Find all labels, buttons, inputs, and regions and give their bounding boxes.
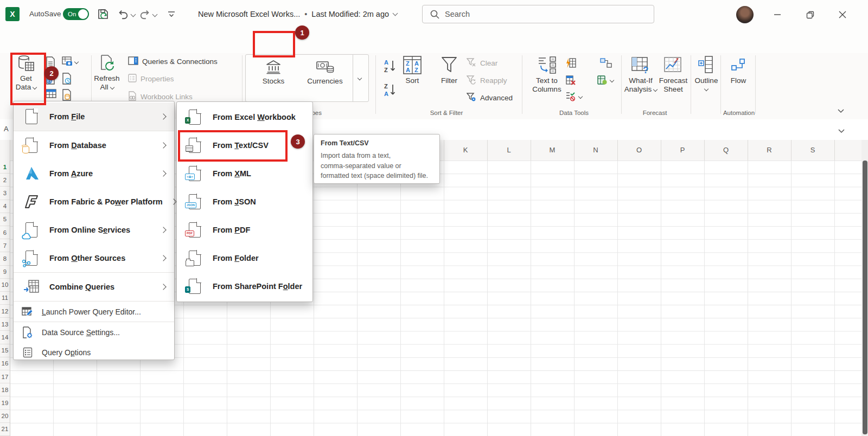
row-header[interactable]: 6 <box>0 226 10 239</box>
minimize-button[interactable] <box>769 7 786 23</box>
menu-item-from-azure[interactable]: From Azure <box>14 159 174 188</box>
recent-sources-icon[interactable] <box>62 73 72 87</box>
column-header[interactable]: N <box>574 140 617 161</box>
advanced-filter-button[interactable]: Advanced <box>467 92 513 104</box>
chevron-right-icon <box>160 170 166 176</box>
row-header[interactable]: 20 <box>0 410 10 423</box>
undo-chevron-icon[interactable] <box>131 11 136 17</box>
row-header[interactable]: 5 <box>0 213 10 226</box>
column-header[interactable]: S <box>791 140 834 161</box>
column-header[interactable]: P <box>661 140 704 161</box>
collapse-ribbon-chevron-icon[interactable] <box>837 106 845 116</box>
from-picture-button[interactable] <box>62 56 78 67</box>
menu-item-query-options[interactable]: Query Options <box>14 342 174 362</box>
filter-button[interactable]: Filter <box>437 55 461 85</box>
submenu-item-from-excel-workbook[interactable]: X From Excel Workbook <box>177 103 312 131</box>
autosave-toggle[interactable]: On <box>63 8 89 20</box>
group-separator <box>375 55 376 114</box>
flow-icon <box>731 57 746 73</box>
row-header[interactable]: 14 <box>0 331 10 344</box>
vertical-scrollbar-thumb[interactable] <box>863 161 867 434</box>
column-header[interactable]: M <box>531 140 574 161</box>
row-header[interactable]: 19 <box>0 396 10 409</box>
menu-item-combine-queries[interactable]: Combine Queries <box>14 273 174 301</box>
undo-button[interactable] <box>117 8 135 20</box>
menu-item-from-fabric-power-platform[interactable]: From Fabric & Power Platform <box>14 188 174 216</box>
save-icon[interactable] <box>97 8 110 23</box>
flash-fill-icon[interactable] <box>565 57 576 70</box>
column-header[interactable]: R <box>748 140 791 161</box>
row-header[interactable]: 15 <box>0 344 10 357</box>
name-box[interactable]: A <box>4 125 9 133</box>
chevron-down-icon <box>578 94 583 99</box>
submenu-item-from-folder[interactable]: From Folder <box>177 244 312 272</box>
row-header[interactable]: 7 <box>0 239 10 252</box>
text-to-columns-button[interactable]: Text to Columns <box>531 55 563 94</box>
refresh-all-button[interactable]: Refresh All <box>91 54 123 92</box>
menu-item-launch-power-query-editor[interactable]: Launch Power Query Editor... <box>14 302 174 322</box>
what-if-analysis-button[interactable]: ? What-If Analysis <box>625 55 656 94</box>
submenu-item-from-pdf[interactable]: PDF From PDF <box>177 216 312 244</box>
menu-item-from-other-sources[interactable]: From Other Sources <box>14 244 174 272</box>
row-header[interactable]: 18 <box>0 383 10 396</box>
data-validation-button[interactable] <box>565 91 582 102</box>
submenu-item-from-sharepoint-folder[interactable]: S From SharePoint Folder <box>177 272 312 300</box>
row-header[interactable]: 21 <box>0 423 10 436</box>
document-title-area[interactable]: New Microsoft Excel Works... • Last Modi… <box>198 0 397 28</box>
row-header[interactable]: 8 <box>0 252 10 265</box>
quick-access-options-icon[interactable] <box>167 11 176 21</box>
redo-button[interactable] <box>139 8 157 20</box>
close-button[interactable] <box>834 7 851 23</box>
search-input[interactable]: Search <box>422 5 654 23</box>
user-avatar[interactable] <box>736 6 754 23</box>
outline-button[interactable]: Outline <box>693 55 719 91</box>
menu-item-from-online-services[interactable]: From Online Services <box>14 216 174 244</box>
menu-item-data-source-settings[interactable]: Data Source Settings... <box>14 322 174 342</box>
remove-duplicates-icon[interactable] <box>565 75 576 88</box>
sort-ascending-button[interactable]: AZ <box>383 59 397 76</box>
row-header[interactable]: 17 <box>0 370 10 383</box>
sort-descending-button[interactable]: ZA <box>383 82 397 100</box>
chevron-down-icon <box>110 85 114 89</box>
gallery-more-chevron-icon[interactable] <box>358 76 362 80</box>
row-header[interactable]: 3 <box>0 187 10 200</box>
row-header[interactable]: 13 <box>0 318 10 331</box>
consolidate-icon[interactable] <box>600 57 612 70</box>
redo-chevron-icon[interactable] <box>152 11 158 17</box>
queries-connections-button[interactable]: Queries & Connections <box>128 56 218 67</box>
currencies-label: Currencies <box>307 77 342 86</box>
row-header[interactable]: 9 <box>0 266 10 279</box>
refresh-all-label-2: All <box>100 83 108 92</box>
expand-formula-bar-chevron-icon[interactable] <box>838 126 845 136</box>
column-header[interactable]: K <box>444 140 487 161</box>
group-label-sort-filter: Sort & Filter <box>430 110 463 116</box>
row-header[interactable]: 10 <box>0 279 10 292</box>
row-header[interactable]: 4 <box>0 200 10 213</box>
column-header[interactable]: Q <box>704 140 748 161</box>
sort-button[interactable]: ZAAZ Sort <box>400 55 424 85</box>
menu-item-from-database[interactable]: From Database <box>14 131 174 159</box>
row-header[interactable]: 16 <box>0 357 10 370</box>
data-model-button[interactable] <box>597 75 614 86</box>
restore-button[interactable] <box>802 7 818 23</box>
svg-text:A: A <box>384 91 388 97</box>
menu-item-from-file[interactable]: From File <box>14 102 174 131</box>
stocks-label: Stocks <box>263 77 285 86</box>
row-header-column[interactable]: 1 2 3 4 5 6 7 8 9 10 11 12 13 14 15 16 1… <box>0 161 10 436</box>
row-header[interactable]: 2 <box>0 174 10 187</box>
row-header[interactable]: 11 <box>0 292 10 305</box>
submenu-item-from-json[interactable]: JSON From JSON <box>177 188 312 216</box>
column-header[interactable]: O <box>617 140 661 161</box>
title-chevron-icon[interactable] <box>393 11 398 16</box>
from-table-range-icon[interactable] <box>46 89 56 101</box>
stocks-button[interactable]: Stocks <box>259 58 288 86</box>
currencies-button[interactable]: Currencies <box>304 58 346 86</box>
column-header[interactable]: L <box>487 140 531 161</box>
forecast-sheet-button[interactable]: Forecast Sheet <box>659 55 688 94</box>
row-header[interactable]: 12 <box>0 305 10 318</box>
row-header[interactable]: 1 <box>0 161 10 174</box>
excel-workbook-icon: X <box>186 110 204 125</box>
submenu-item-from-xml[interactable]: <⊕> From XML <box>177 159 312 188</box>
folder-icon <box>186 251 204 266</box>
flow-button[interactable]: Flow <box>726 57 751 85</box>
